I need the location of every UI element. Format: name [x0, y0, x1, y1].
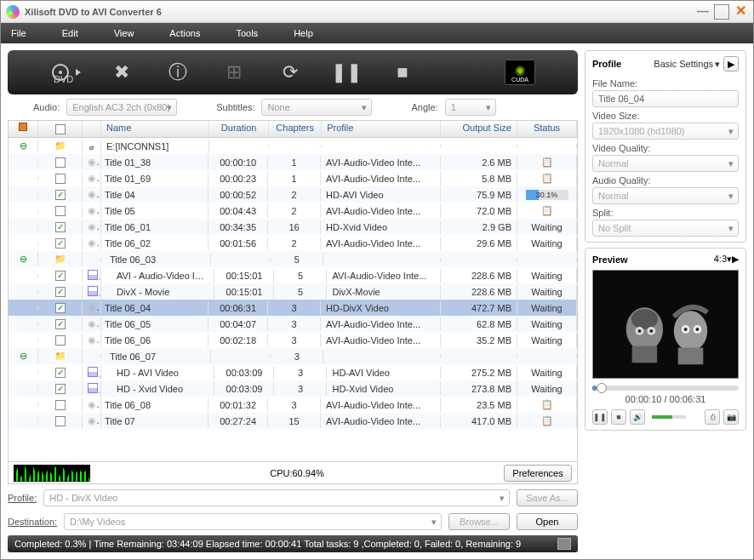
svg-point-8 [638, 329, 642, 333]
minimize-button[interactable]: — [695, 4, 711, 20]
filename-input[interactable]: Title 06_04 [592, 90, 739, 107]
split-label: Split: [592, 208, 739, 218]
col-status[interactable]: Status [517, 121, 577, 137]
col-output-size[interactable]: Output Size [441, 121, 517, 137]
maximize-button[interactable] [714, 4, 729, 20]
preview-title: Preview [592, 254, 628, 265]
preview-timecode: 00:00:10 / 00:06:31 [592, 394, 739, 404]
preview-mute-button[interactable]: 🔊 [630, 409, 645, 425]
menu-file[interactable]: File [11, 28, 26, 38]
table-row[interactable]: ✓◉Title 06_0500:04:073AVI-Audio-Video In… [9, 316, 577, 332]
table-row[interactable]: ◉Title 06_0800:01:323AVI-Audio-Video Int… [9, 397, 577, 413]
split-select[interactable]: No Split [592, 220, 739, 237]
audio-select[interactable]: English AC3 2ch (0x80) [66, 99, 177, 116]
open-dvd-button[interactable]: DVD [50, 57, 81, 88]
col-name[interactable]: Name [101, 121, 209, 137]
cuda-badge: CUDA [505, 60, 535, 85]
table-row[interactable]: ⊖📁Title 06_035 [9, 251, 577, 267]
info-button[interactable]: ⓘ [163, 57, 193, 88]
table-row[interactable]: ✓DivX - Movie00:15:015DivX-Movie228.6 MB… [9, 283, 577, 300]
svg-rect-3 [594, 271, 736, 378]
preview-play-button[interactable]: ❚❚ [592, 409, 608, 425]
table-row[interactable]: ◉Title 06_0600:02:183AVI-Audio-Video Int… [9, 332, 577, 348]
svg-point-5 [631, 309, 659, 329]
table-row[interactable]: ✓◉Title 06_0100:34:3516HD-Xvid Video2.9 … [9, 219, 577, 235]
angle-select[interactable]: 1 [445, 99, 496, 116]
open-button[interactable]: Open [517, 513, 578, 530]
preferences-button[interactable]: Preferences [504, 465, 572, 482]
videoquality-label: Video Quality: [592, 143, 739, 153]
cpu-label: CPU:60.94% [270, 468, 324, 478]
audio-label: Audio: [33, 102, 60, 112]
cpu-graph [14, 465, 90, 482]
preview-video[interactable] [592, 270, 739, 379]
videosize-label: Video Size: [592, 111, 739, 121]
stop-button[interactable]: ■ [387, 57, 418, 88]
profile-panel: Profile Basic Settings ▶ File Name: Titl… [585, 50, 746, 243]
main-toolbar: DVD ✖ ⓘ ⊞ ⟳ ❚❚ ■ CUDA [8, 50, 578, 94]
menu-view[interactable]: View [114, 28, 134, 38]
svg-rect-16 [678, 348, 704, 365]
window-title: Xilisoft DVD to AVI Converter 6 [25, 7, 692, 17]
subtitles-label: Subtitles: [216, 102, 254, 112]
table-header: Name Duration Chapters Profile Output Si… [9, 121, 577, 138]
col-chapters[interactable]: Chapters [269, 121, 322, 137]
preview-stop-button[interactable]: ■ [611, 409, 626, 425]
filename-label: File Name: [592, 78, 739, 89]
preview-expand-button[interactable]: ▶ [732, 254, 739, 265]
destination-label: Destination: [8, 517, 57, 527]
table-row[interactable]: ✓AVI - Audio-Video Int...00:15:015AVI-Au… [9, 267, 577, 283]
table-row[interactable]: ✓HD - Xvid Video00:03:093HD-Xvid Video27… [9, 380, 577, 397]
audioquality-select[interactable]: Normal [592, 187, 739, 204]
videosize-select[interactable]: 1920x1080 (hd1080) [592, 123, 739, 140]
col-duration[interactable]: Duration [209, 121, 269, 137]
remove-button[interactable]: ✖ [106, 57, 137, 88]
svg-point-13 [684, 328, 688, 331]
table-row[interactable]: ✓◉Title 06_0400:06:313HD-DivX Video472.7… [9, 300, 577, 316]
table-row[interactable]: ✓HD - AVI Video00:03:093HD-AVI Video275.… [9, 364, 577, 380]
preview-volume-slider[interactable] [652, 415, 686, 419]
preview-snapshot-button[interactable]: ⎙ [705, 409, 720, 425]
svg-text:DVD: DVD [54, 74, 73, 83]
table-body[interactable]: ⊖📁⌀E:[INCONNS1]◉Title 01_3800:00:101AVI-… [9, 138, 577, 461]
svg-point-10 [674, 311, 707, 351]
save-as-button[interactable]: Save As... [517, 489, 578, 506]
audioquality-label: Audio Quality: [592, 175, 739, 186]
convert-button[interactable]: ⟳ [275, 57, 306, 88]
table-row[interactable]: ◉Title 01_3800:00:101AVI-Audio-Video Int… [9, 154, 577, 170]
menu-help[interactable]: Help [294, 28, 313, 38]
col-profile[interactable]: Profile [322, 121, 441, 137]
app-logo [6, 5, 20, 19]
preview-camera-button[interactable]: 📷 [723, 409, 739, 425]
select-all-checkbox[interactable] [55, 124, 66, 134]
status-icon[interactable] [557, 538, 571, 550]
table-row[interactable]: ⊖📁⌀E:[INCONNS1] [9, 138, 577, 154]
table-row[interactable]: ✓◉Title 06_0200:01:562AVI-Audio-Video In… [9, 235, 577, 251]
table-row[interactable]: ◉Title 0500:04:432AVI-Audio-Video Inte..… [9, 203, 577, 219]
table-row[interactable]: ✓◉Title 0400:00:522HD-AVI Video75.9 MB30… [9, 186, 577, 203]
svg-point-9 [649, 329, 653, 333]
svg-rect-15 [632, 346, 658, 363]
profile-select[interactable]: HD - DivX Video [43, 489, 510, 506]
pause-button[interactable]: ❚❚ [331, 57, 362, 88]
clip-button[interactable]: ⊞ [219, 57, 249, 88]
preview-timeline[interactable] [592, 386, 739, 391]
destination-input[interactable]: D:\My Videos [64, 513, 442, 530]
svg-point-14 [695, 328, 699, 331]
profile-label: Profile: [8, 493, 37, 503]
menu-tools[interactable]: Tools [236, 28, 258, 38]
menu-actions[interactable]: Actions [169, 28, 200, 38]
profile-expand-button[interactable]: ▶ [723, 56, 739, 71]
close-button[interactable]: ✕ [733, 4, 748, 20]
basic-settings-toggle[interactable]: Basic Settings [654, 59, 720, 70]
table-row[interactable]: ◉Title 01_6900:00:231AVI-Audio-Video Int… [9, 170, 577, 186]
videoquality-select[interactable]: Normal [592, 155, 739, 172]
subtitles-select[interactable]: None [261, 99, 372, 116]
menu-edit[interactable]: Edit [62, 28, 78, 38]
status-text: Completed: 0.3% | Time Remaining: 03:44:… [14, 539, 521, 549]
browse-button[interactable]: Browse... [448, 513, 510, 530]
angle-label: Angle: [411, 102, 437, 112]
table-row[interactable]: ⊖📁Title 06_073 [9, 348, 577, 364]
table-row[interactable]: ◉Title 0700:27:2415AVI-Audio-Video Inte.… [9, 413, 577, 429]
aspect-ratio-toggle[interactable]: 4:3▾ [714, 254, 732, 265]
